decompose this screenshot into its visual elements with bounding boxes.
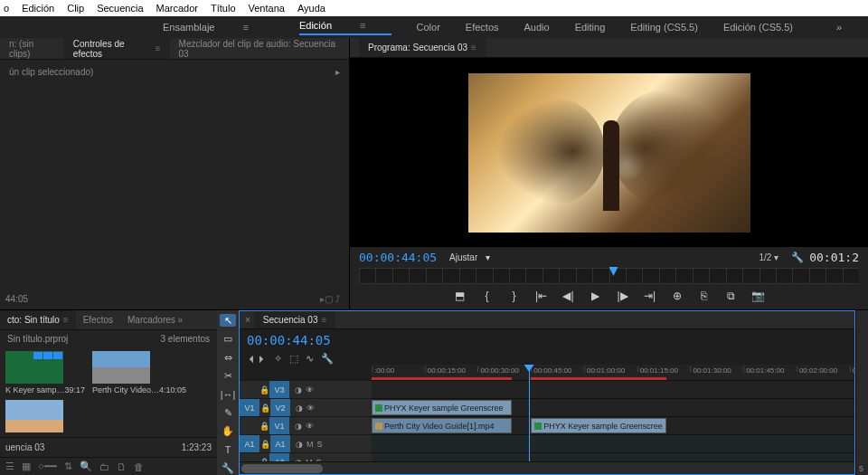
pen-tool[interactable]: ✎ <box>220 406 236 419</box>
track-header-a2[interactable]: 🔒A2◑MS <box>240 453 372 461</box>
settings-icon[interactable]: 🔧 <box>321 353 334 365</box>
step-back-button[interactable]: ◀| <box>561 290 576 302</box>
track-v3[interactable] <box>372 381 854 399</box>
list-view-icon[interactable]: ☰ <box>5 461 14 472</box>
menu-item[interactable]: Edición <box>22 3 54 14</box>
menu-item[interactable]: Título <box>211 3 236 14</box>
tab-audio-mixer[interactable]: Mezclador del clip de audio: Secuencia 0… <box>170 38 349 59</box>
hamburger-icon[interactable]: ≡ <box>243 22 249 33</box>
sequence-name[interactable]: uencia 03 <box>5 442 44 452</box>
trash-icon[interactable]: 🗑 <box>134 461 144 472</box>
hand-tool[interactable]: ✋ <box>220 425 236 438</box>
track-a1[interactable] <box>372 435 854 453</box>
tab-markers[interactable]: Marcadores » <box>120 310 190 329</box>
tab-effect-controls[interactable]: Controles de efectos ≡ <box>64 38 170 59</box>
timeline-tab[interactable]: Secuencia 03 ≡ <box>254 311 335 328</box>
preview-image <box>468 73 750 233</box>
timeline-close[interactable]: × <box>245 315 250 325</box>
audio-meters-collapsed[interactable]: s <box>855 310 868 475</box>
zoom-tool[interactable]: 🔧 <box>220 462 236 475</box>
timeline-playhead[interactable] <box>529 365 530 461</box>
workspace-tab[interactable]: Ensamblaje ≡ <box>163 22 274 33</box>
resolution-dropdown[interactable]: 1/2 ▾ <box>760 252 779 262</box>
bin-item[interactable]: Perth City Video…4:10:05 <box>92 351 186 394</box>
zoom-slider[interactable]: ○━━ <box>38 461 57 472</box>
source-effect-panel: n: (sin clips) Controles de efectos ≡ Me… <box>0 38 349 309</box>
type-tool[interactable]: T <box>220 443 236 456</box>
hamburger-icon[interactable]: ≡ <box>156 43 161 53</box>
timeline-track-area[interactable]: :00:00 00:00:15:00 00:00:30:00 00:00:45:… <box>372 365 854 461</box>
timeline-timecode[interactable]: 00:00:44:05 <box>247 333 331 347</box>
track-header-v1[interactable]: 🔒V1◑👁 <box>240 417 372 435</box>
mark-in-button[interactable]: { <box>480 290 495 302</box>
menu-item[interactable]: Ayuda <box>297 3 326 14</box>
program-tab[interactable]: Programa: Secuencia 03 ≡ <box>359 38 486 57</box>
timeline-ruler[interactable]: :00:00 00:00:15:00 00:00:30:00 00:00:45:… <box>372 365 854 381</box>
workspace-tab-active[interactable]: Edición ≡ <box>299 20 392 35</box>
program-viewport[interactable] <box>350 58 868 247</box>
chevron-right-icon[interactable]: ▸ <box>335 67 340 77</box>
track-header-v2[interactable]: V1🔒V2◑👁 <box>240 399 372 417</box>
sequence-duration: 1:23:23 <box>182 442 212 452</box>
menu-item[interactable]: Secuencia <box>97 3 143 14</box>
linked-selection-icon[interactable]: ⬚ <box>289 353 298 365</box>
menu-item[interactable]: Clip <box>67 3 84 14</box>
workspace-tab[interactable]: Color <box>417 22 440 33</box>
go-to-in-button[interactable]: |⇤ <box>534 290 549 302</box>
program-timecode-left[interactable]: 00:00:44:05 <box>359 251 437 264</box>
icon-view-icon[interactable]: ▦ <box>22 461 31 472</box>
lift-button[interactable]: ⊕ <box>670 290 684 302</box>
panel-timecode[interactable]: 44:05 <box>5 294 28 304</box>
step-forward-button[interactable]: |▶ <box>616 290 630 302</box>
extract-button[interactable]: ⎘ <box>697 290 712 302</box>
tab-effects[interactable]: Efectos <box>76 310 120 329</box>
panel-footer-icons[interactable]: ▸▢ ⤴ <box>320 294 340 304</box>
ripple-edit-tool[interactable]: ⇔ <box>220 351 236 364</box>
camera-icon[interactable]: 📷 <box>751 290 766 302</box>
timeline-horizontal-scrollbar[interactable] <box>240 461 854 474</box>
sort-icon[interactable]: ⇅ <box>64 461 72 472</box>
menu-item[interactable]: o <box>4 3 9 14</box>
find-icon[interactable]: 🔍 <box>80 461 92 472</box>
play-button[interactable]: ▶ <box>589 290 603 302</box>
menu-item[interactable]: Marcador <box>156 3 198 14</box>
track-v1[interactable]: Perth City Video Guide[1].mp4 PHYX Keyer… <box>372 417 854 435</box>
track-a2[interactable] <box>372 453 854 461</box>
workspace-tab[interactable]: Editing <box>575 22 606 33</box>
program-time-ruler[interactable] <box>359 268 859 284</box>
export-frame-button[interactable]: ⧉ <box>724 290 739 302</box>
zoom-fit-dropdown[interactable]: Ajustar ▾ <box>449 252 489 262</box>
tab-source[interactable]: n: (sin clips) <box>0 38 64 59</box>
bin-item[interactable] <box>5 400 63 432</box>
timeline-clip[interactable]: Perth City Video Guide[1].mp4 <box>372 418 512 433</box>
new-bin-icon[interactable]: 🗀 <box>99 461 109 472</box>
new-item-icon[interactable]: 🗋 <box>117 461 127 472</box>
tab-project[interactable]: cto: Sin título ≡ <box>0 310 76 329</box>
track-header-a1[interactable]: A1🔒A1◑MS <box>240 435 372 453</box>
track-v2[interactable]: PHYX Keyer sample Greenscree <box>372 399 854 417</box>
workspace-tab[interactable]: Efectos <box>466 22 499 33</box>
timeline-clip[interactable]: PHYX Keyer sample Greenscree <box>531 418 666 433</box>
markers-icon[interactable]: ∿ <box>306 353 314 365</box>
bin-item[interactable]: K Keyer samp…39:17 <box>5 351 85 394</box>
snap-icon[interactable]: ✧ <box>274 353 282 365</box>
scrollbar-thumb[interactable] <box>241 464 323 473</box>
track-select-tool[interactable]: ▭ <box>220 332 236 345</box>
hamburger-icon[interactable]: ≡ <box>471 43 476 52</box>
add-marker-button[interactable]: ⬒ <box>453 290 467 302</box>
mark-out-button[interactable]: } <box>507 290 522 302</box>
track-header-v3[interactable]: 🔒V3◑👁 <box>240 381 372 399</box>
slip-tool[interactable]: |↔| <box>220 388 236 401</box>
razor-tool[interactable]: ✂ <box>220 369 236 382</box>
nest-toggle-icon[interactable]: ⏴⏵ <box>247 353 267 365</box>
workspace-tab[interactable]: Edición (CS5.5) <box>723 22 793 33</box>
selection-tool[interactable]: ↖ <box>220 314 236 327</box>
workspace-tab[interactable]: Audio <box>524 22 550 33</box>
hamburger-icon[interactable]: ≡ <box>360 20 365 31</box>
workspace-overflow[interactable]: » <box>836 22 842 33</box>
workspace-tab[interactable]: Editing (CS5.5) <box>630 22 698 33</box>
go-to-out-button[interactable]: ⇥| <box>643 290 657 302</box>
menu-item[interactable]: Ventana <box>249 3 285 14</box>
timeline-clip[interactable]: PHYX Keyer sample Greenscree <box>372 400 512 415</box>
settings-icon[interactable]: 🔧 <box>791 252 804 263</box>
